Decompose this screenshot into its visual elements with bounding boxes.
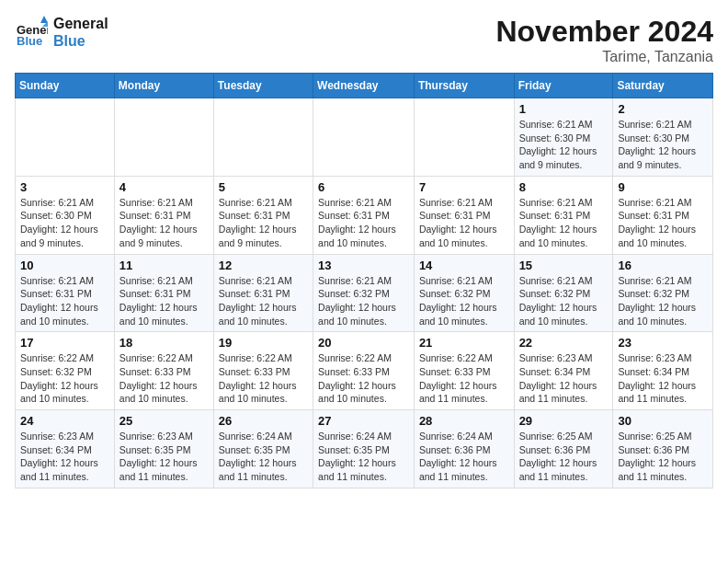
calendar-day: 23Sunrise: 6:23 AM Sunset: 6:34 PM Dayli… (613, 332, 713, 410)
calendar-day: 18Sunrise: 6:22 AM Sunset: 6:33 PM Dayli… (114, 332, 213, 410)
day-detail: Sunrise: 6:21 AM Sunset: 6:31 PM Dayligh… (519, 196, 609, 250)
day-number: 21 (419, 336, 509, 350)
calendar-day: 1Sunrise: 6:21 AM Sunset: 6:30 PM Daylig… (514, 98, 613, 177)
day-detail: Sunrise: 6:24 AM Sunset: 6:36 PM Dayligh… (419, 430, 509, 484)
calendar-week-1: 1Sunrise: 6:21 AM Sunset: 6:30 PM Daylig… (16, 98, 713, 177)
day-detail: Sunrise: 6:22 AM Sunset: 6:32 PM Dayligh… (20, 351, 109, 406)
day-detail: Sunrise: 6:21 AM Sunset: 6:31 PM Dayligh… (219, 274, 308, 328)
calendar-day: 8Sunrise: 6:21 AM Sunset: 6:31 PM Daylig… (514, 176, 613, 254)
day-detail: Sunrise: 6:21 AM Sunset: 6:32 PM Dayligh… (618, 274, 708, 328)
title-block: November 2024 Tarime, Tanzania (495, 15, 713, 65)
calendar-day: 7Sunrise: 6:21 AM Sunset: 6:31 PM Daylig… (414, 176, 514, 254)
weekday-header-row: Sunday Monday Tuesday Wednesday Thursday… (16, 74, 713, 98)
day-detail: Sunrise: 6:21 AM Sunset: 6:31 PM Dayligh… (419, 196, 509, 250)
day-number: 2 (618, 102, 708, 116)
day-detail: Sunrise: 6:21 AM Sunset: 6:30 PM Dayligh… (519, 118, 609, 172)
day-number: 25 (119, 414, 209, 428)
header-tuesday: Tuesday (213, 74, 313, 98)
day-detail: Sunrise: 6:25 AM Sunset: 6:36 PM Dayligh… (519, 430, 609, 484)
day-number: 7 (419, 180, 509, 194)
calendar-day (313, 98, 415, 177)
calendar-week-3: 10Sunrise: 6:21 AM Sunset: 6:31 PM Dayli… (16, 254, 713, 332)
header-monday: Monday (114, 74, 213, 98)
calendar-day: 11Sunrise: 6:21 AM Sunset: 6:31 PM Dayli… (114, 254, 213, 332)
calendar-day: 21Sunrise: 6:22 AM Sunset: 6:33 PM Dayli… (414, 332, 514, 410)
header-wednesday: Wednesday (313, 74, 415, 98)
day-detail: Sunrise: 6:21 AM Sunset: 6:32 PM Dayligh… (519, 274, 609, 328)
day-number: 24 (20, 414, 109, 428)
day-detail: Sunrise: 6:21 AM Sunset: 6:31 PM Dayligh… (618, 196, 708, 250)
day-number: 5 (219, 180, 308, 194)
day-number: 8 (519, 180, 609, 194)
calendar-week-5: 24Sunrise: 6:23 AM Sunset: 6:34 PM Dayli… (16, 410, 713, 488)
calendar-day: 16Sunrise: 6:21 AM Sunset: 6:32 PM Dayli… (613, 254, 713, 332)
calendar-day: 22Sunrise: 6:23 AM Sunset: 6:34 PM Dayli… (514, 332, 613, 410)
day-number: 20 (318, 336, 409, 350)
day-detail: Sunrise: 6:25 AM Sunset: 6:36 PM Dayligh… (618, 430, 708, 484)
day-detail: Sunrise: 6:23 AM Sunset: 6:35 PM Dayligh… (119, 430, 209, 484)
logo-blue: Blue (53, 32, 108, 50)
calendar-day: 27Sunrise: 6:24 AM Sunset: 6:35 PM Dayli… (313, 410, 415, 488)
day-number: 1 (519, 102, 609, 116)
header-friday: Friday (514, 74, 613, 98)
day-number: 4 (119, 180, 209, 194)
day-number: 27 (318, 414, 409, 428)
calendar-day: 30Sunrise: 6:25 AM Sunset: 6:36 PM Dayli… (613, 410, 713, 488)
day-number: 18 (119, 336, 209, 350)
day-detail: Sunrise: 6:21 AM Sunset: 6:31 PM Dayligh… (119, 196, 209, 250)
day-number: 15 (519, 259, 609, 272)
day-detail: Sunrise: 6:22 AM Sunset: 6:33 PM Dayligh… (318, 351, 409, 406)
day-detail: Sunrise: 6:21 AM Sunset: 6:31 PM Dayligh… (20, 274, 109, 328)
calendar-week-4: 17Sunrise: 6:22 AM Sunset: 6:32 PM Dayli… (16, 332, 713, 410)
calendar-day (414, 98, 514, 177)
header-sunday: Sunday (16, 74, 115, 98)
day-detail: Sunrise: 6:21 AM Sunset: 6:31 PM Dayligh… (119, 274, 209, 328)
day-detail: Sunrise: 6:21 AM Sunset: 6:31 PM Dayligh… (318, 196, 409, 250)
day-detail: Sunrise: 6:21 AM Sunset: 6:32 PM Dayligh… (318, 274, 409, 328)
calendar-day: 17Sunrise: 6:22 AM Sunset: 6:32 PM Dayli… (16, 332, 115, 410)
day-detail: Sunrise: 6:21 AM Sunset: 6:30 PM Dayligh… (618, 118, 708, 172)
day-detail: Sunrise: 6:24 AM Sunset: 6:35 PM Dayligh… (318, 430, 409, 484)
calendar-day: 2Sunrise: 6:21 AM Sunset: 6:30 PM Daylig… (613, 98, 713, 177)
day-number: 29 (519, 414, 609, 428)
day-number: 11 (119, 259, 209, 272)
day-number: 22 (519, 336, 609, 350)
logo-icon: General Blue (15, 16, 48, 49)
day-number: 6 (318, 180, 409, 194)
calendar-day: 9Sunrise: 6:21 AM Sunset: 6:31 PM Daylig… (613, 176, 713, 254)
svg-text:Blue: Blue (17, 34, 42, 48)
day-number: 19 (219, 336, 308, 350)
calendar-day: 15Sunrise: 6:21 AM Sunset: 6:32 PM Dayli… (514, 254, 613, 332)
day-detail: Sunrise: 6:23 AM Sunset: 6:34 PM Dayligh… (20, 430, 109, 484)
day-number: 3 (20, 180, 109, 194)
calendar-day (114, 98, 213, 177)
day-detail: Sunrise: 6:23 AM Sunset: 6:34 PM Dayligh… (618, 351, 708, 406)
month-title: November 2024 (495, 15, 713, 49)
logo: General Blue General Blue (15, 15, 108, 50)
calendar-day: 14Sunrise: 6:21 AM Sunset: 6:32 PM Dayli… (414, 254, 514, 332)
day-number: 26 (219, 414, 308, 428)
day-number: 30 (618, 414, 708, 428)
day-detail: Sunrise: 6:22 AM Sunset: 6:33 PM Dayligh… (119, 351, 209, 406)
calendar-day: 13Sunrise: 6:21 AM Sunset: 6:32 PM Dayli… (313, 254, 415, 332)
calendar-table: Sunday Monday Tuesday Wednesday Thursday… (15, 73, 713, 488)
calendar-day: 6Sunrise: 6:21 AM Sunset: 6:31 PM Daylig… (313, 176, 415, 254)
day-number: 23 (618, 336, 708, 350)
location: Tarime, Tanzania (495, 49, 713, 65)
page-header: General Blue General Blue November 2024 … (15, 15, 713, 65)
day-number: 12 (219, 259, 308, 272)
day-number: 10 (20, 259, 109, 272)
calendar-day (16, 98, 115, 177)
calendar-week-2: 3Sunrise: 6:21 AM Sunset: 6:30 PM Daylig… (16, 176, 713, 254)
logo-general: General (53, 15, 108, 32)
header-saturday: Saturday (613, 74, 713, 98)
day-detail: Sunrise: 6:21 AM Sunset: 6:32 PM Dayligh… (419, 274, 509, 328)
day-number: 14 (419, 259, 509, 272)
calendar-day (213, 98, 313, 177)
calendar-day: 25Sunrise: 6:23 AM Sunset: 6:35 PM Dayli… (114, 410, 213, 488)
calendar-day: 12Sunrise: 6:21 AM Sunset: 6:31 PM Dayli… (213, 254, 313, 332)
day-number: 28 (419, 414, 509, 428)
day-detail: Sunrise: 6:21 AM Sunset: 6:30 PM Dayligh… (20, 196, 109, 250)
calendar-day: 10Sunrise: 6:21 AM Sunset: 6:31 PM Dayli… (16, 254, 115, 332)
calendar-day: 26Sunrise: 6:24 AM Sunset: 6:35 PM Dayli… (213, 410, 313, 488)
